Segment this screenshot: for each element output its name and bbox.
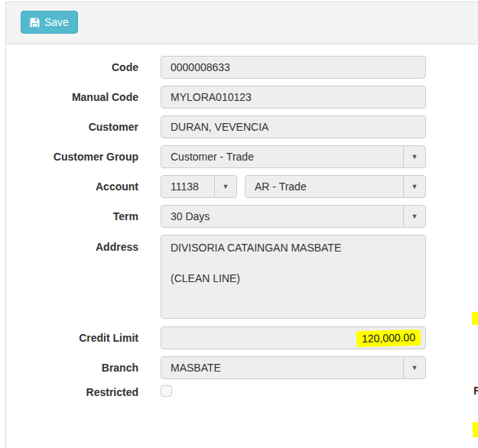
field-row-restricted: Restricted — [6, 386, 478, 398]
page: Save Code 0000008633 Manual Code MYLORA0… — [0, 0, 478, 448]
credit-limit-label: Credit Limit — [6, 332, 138, 344]
chevron-down-icon: ▼ — [403, 146, 425, 167]
account-name-select[interactable]: AR - Trade ▼ — [245, 175, 426, 198]
save-label: Save — [44, 16, 69, 28]
field-row-branch: Branch MASBATE ▼ — [6, 356, 478, 379]
toolbar: Save — [6, 2, 478, 44]
restricted-checkbox[interactable] — [161, 385, 172, 397]
customer-input[interactable]: DURAN, VEVENCIA — [161, 115, 426, 138]
account-label: Account — [6, 180, 138, 193]
code-input[interactable]: 0000008633 — [161, 56, 426, 79]
customer-label: Customer — [6, 121, 138, 133]
restricted-label: Restricted — [6, 386, 138, 398]
term-value: 30 Days — [171, 210, 403, 222]
field-row-account: Account 11138 ▼ AR - Trade ▼ — [6, 175, 478, 198]
term-select[interactable]: 30 Days ▼ — [161, 205, 426, 228]
highlight-annotation: 120,000.00 — [356, 329, 421, 346]
chevron-down-icon: ▼ — [403, 206, 425, 227]
field-row-term: Term 30 Days ▼ — [6, 205, 478, 228]
address-value: DIVISORIA CATAINGAN MASBATE (CLEAN LINE) — [171, 240, 341, 286]
code-label: Code — [6, 61, 138, 73]
branch-label: Branch — [6, 362, 138, 374]
code-value: 0000008633 — [171, 61, 230, 73]
partial-label-fragment: F — [473, 384, 478, 397]
branch-select[interactable]: MASBATE ▼ — [161, 356, 426, 379]
chevron-down-icon: ▼ — [214, 176, 236, 197]
field-row-credit-limit: Credit Limit 120,000.00 — [6, 326, 478, 349]
form-body: Code 0000008633 Manual Code MYLORA010123… — [6, 44, 478, 398]
credit-limit-input[interactable]: 120,000.00 — [161, 326, 426, 349]
field-row-customer: Customer DURAN, VEVENCIA — [6, 115, 478, 138]
account-name-value: AR - Trade — [255, 180, 403, 193]
manual-code-label: Manual Code — [6, 91, 138, 103]
field-row-address: Address DIVISORIA CATAINGAN MASBATE (CLE… — [6, 235, 478, 319]
highlight-fragment-top — [472, 312, 478, 325]
customer-group-select[interactable]: Customer - Trade ▼ — [161, 145, 426, 168]
field-row-manual-code: Manual Code MYLORA010123 — [6, 86, 478, 109]
floppy-disk-icon — [30, 18, 40, 28]
branch-value: MASBATE — [171, 362, 403, 374]
manual-code-value: MYLORA010123 — [171, 91, 252, 103]
address-textarea[interactable]: DIVISORIA CATAINGAN MASBATE (CLEAN LINE) — [161, 235, 426, 319]
customer-form-panel: Save Code 0000008633 Manual Code MYLORA0… — [5, 2, 478, 448]
address-label: Address — [6, 235, 138, 253]
account-code-select[interactable]: 11138 ▼ — [161, 175, 237, 198]
field-row-customer-group: Customer Group Customer - Trade ▼ — [6, 145, 478, 168]
customer-group-value: Customer - Trade — [171, 151, 403, 163]
chevron-down-icon: ▼ — [403, 176, 425, 197]
account-code-value: 11138 — [171, 180, 214, 193]
term-label: Term — [6, 210, 138, 222]
highlight-fragment-bottom — [473, 422, 478, 437]
customer-value: DURAN, VEVENCIA — [171, 121, 268, 133]
customer-group-label: Customer Group — [6, 151, 138, 163]
field-row-code: Code 0000008633 — [6, 56, 478, 79]
manual-code-input[interactable]: MYLORA010123 — [161, 86, 426, 109]
credit-limit-value: 120,000.00 — [362, 331, 415, 345]
save-button[interactable]: Save — [21, 11, 78, 34]
chevron-down-icon: ▼ — [403, 357, 425, 378]
